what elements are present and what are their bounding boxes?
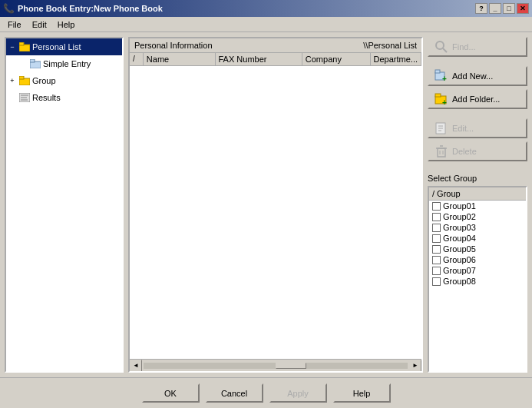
col-header-company: Company <box>302 53 371 65</box>
checkbox-group04[interactable] <box>432 234 441 243</box>
maximize-button[interactable]: □ <box>503 3 515 14</box>
delete-button-label: Delete <box>452 147 477 156</box>
panel-header: Personal Information \\Personal List <box>130 38 421 53</box>
title-bar: 📞 Phone Book Entry:New Phone Book ? _ □ … <box>0 0 532 17</box>
col-header-name: Name <box>144 53 216 65</box>
group-item-label-group06: Group06 <box>443 255 476 264</box>
menu-help[interactable]: Help <box>53 18 80 31</box>
svg-rect-5 <box>19 76 24 79</box>
menu-file[interactable]: File <box>3 18 26 31</box>
checkbox-group01[interactable] <box>432 202 441 211</box>
group-list-item-group02[interactable]: Group02 <box>429 211 526 222</box>
checkbox-group08[interactable] <box>432 277 441 286</box>
group-item-label-group02: Group02 <box>443 212 476 221</box>
group-item-label-group05: Group05 <box>443 244 476 254</box>
scroll-track[interactable] <box>144 363 408 369</box>
add-new-icon: + <box>434 68 449 84</box>
add-new-button[interactable]: + Add New... <box>428 66 527 86</box>
group-list-item-group07[interactable]: Group07 <box>429 265 526 276</box>
add-new-button-label: Add New... <box>452 71 493 81</box>
group-list-item-group08[interactable]: Group08 <box>429 276 526 287</box>
bottom-bar: OK Cancel Apply Help <box>0 377 532 408</box>
svg-text:+: + <box>442 98 447 106</box>
table-header: / Name FAX Number Company Departme... <box>130 53 421 66</box>
group-list-item-group06[interactable]: Group06 <box>429 254 526 265</box>
find-icon <box>434 39 449 55</box>
horizontal-scrollbar[interactable]: ◄ ► <box>130 359 421 371</box>
checkbox-group02[interactable] <box>432 213 441 221</box>
checkbox-group03[interactable] <box>432 224 441 232</box>
expand-icon-group: + <box>8 76 17 85</box>
menu-edit[interactable]: Edit <box>28 18 51 31</box>
edit-button-label: Edit... <box>452 124 474 133</box>
help-bottom-button[interactable]: Help <box>333 383 391 403</box>
table-body <box>130 66 421 359</box>
middle-panel: Personal Information \\Personal List / N… <box>128 37 423 373</box>
group-list-header: / Group <box>429 187 526 201</box>
tree-item-group[interactable]: + Group <box>6 72 122 89</box>
svg-rect-22 <box>438 148 445 157</box>
group-item-label-group08: Group08 <box>443 277 476 286</box>
expand-icon-personal-list: − <box>8 42 17 51</box>
group-item-label-group03: Group03 <box>443 223 476 232</box>
col-header-department: Departme... <box>371 53 421 65</box>
add-folder-button-label: Add Folder... <box>452 95 500 104</box>
svg-text:+: + <box>442 75 447 83</box>
edit-icon <box>434 121 449 136</box>
group-list-item-group01[interactable]: Group01 <box>429 201 526 211</box>
cancel-button[interactable]: Cancel <box>206 383 263 403</box>
title-bar-buttons: ? _ □ ✕ <box>475 3 529 14</box>
apply-button[interactable]: Apply <box>269 383 327 403</box>
delete-button[interactable]: Delete <box>428 141 527 161</box>
group-list-container: / Group Group01Group02Group03Group04Grou… <box>428 186 527 373</box>
group-item-label-group01: Group01 <box>443 201 476 211</box>
right-panel: Find... + Add New... <box>428 37 527 373</box>
col-header-indicator: / <box>130 53 144 65</box>
checkbox-group06[interactable] <box>432 256 441 264</box>
tree-label-personal-list: Personal List <box>32 42 81 51</box>
tree-label-simple-entry: Simple Entry <box>43 59 91 68</box>
find-button-label: Find... <box>452 42 476 51</box>
folder-icon-group <box>17 73 32 88</box>
ok-button[interactable]: OK <box>142 383 200 403</box>
group-item-label-group07: Group07 <box>443 266 476 275</box>
scroll-left-button[interactable]: ◄ <box>130 360 142 372</box>
scroll-thumb[interactable] <box>276 363 306 369</box>
group-list-item-group04[interactable]: Group04 <box>429 233 526 244</box>
scroll-right-button[interactable]: ► <box>409 360 421 372</box>
folder-icon-personal-list <box>17 39 32 55</box>
tree-label-results: Results <box>32 93 61 102</box>
delete-icon <box>434 144 449 159</box>
svg-rect-1 <box>19 42 24 45</box>
panel-header-left: Personal Information <box>134 41 213 50</box>
svg-rect-13 <box>435 70 440 73</box>
help-button[interactable]: ? <box>475 3 487 14</box>
tree-item-personal-list[interactable]: − Personal List <box>6 38 122 55</box>
select-group-label: Select Group <box>428 174 527 183</box>
checkbox-group05[interactable] <box>432 245 441 254</box>
find-button[interactable]: Find... <box>428 37 527 57</box>
add-folder-icon: + <box>434 91 449 107</box>
title-bar-icon: 📞 <box>3 3 15 14</box>
group-list-header-text: / Group <box>432 189 461 198</box>
tree-item-results[interactable]: Results <box>6 89 122 106</box>
svg-rect-3 <box>30 59 35 62</box>
svg-line-11 <box>443 48 447 52</box>
close-button[interactable]: ✕ <box>517 3 529 14</box>
checkbox-group07[interactable] <box>432 267 441 275</box>
group-list-body[interactable]: Group01Group02Group03Group04Group05Group… <box>429 201 526 367</box>
edit-button[interactable]: Edit... <box>428 118 527 138</box>
group-list-item-group03[interactable]: Group03 <box>429 222 526 233</box>
group-item-label-group04: Group04 <box>443 234 476 243</box>
title-bar-text: Phone Book Entry:New Phone Book <box>18 4 472 13</box>
tree-item-simple-entry[interactable]: Simple Entry <box>6 55 122 72</box>
tree-label-group: Group <box>32 76 56 85</box>
minimize-button[interactable]: _ <box>489 3 501 14</box>
results-icon <box>17 90 32 105</box>
add-folder-button[interactable]: + Add Folder... <box>428 89 527 109</box>
group-list-item-group05[interactable]: Group05 <box>429 244 526 254</box>
panel-header-right: \\Personal List <box>363 41 417 50</box>
col-header-fax: FAX Number <box>216 53 302 65</box>
svg-rect-16 <box>435 94 441 97</box>
sub-folder-icon-simple-entry <box>28 56 43 71</box>
